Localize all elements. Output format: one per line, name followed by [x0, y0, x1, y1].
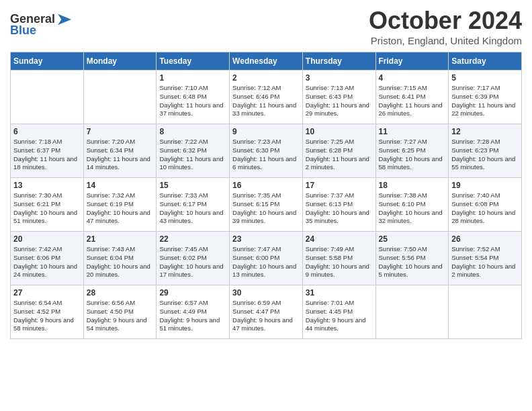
day-number: 8: [159, 127, 226, 136]
calendar-week-row: 6Sunrise: 7:18 AM Sunset: 6:37 PM Daylig…: [11, 124, 522, 178]
calendar-cell: 17Sunrise: 7:37 AM Sunset: 6:13 PM Dayli…: [302, 178, 375, 232]
day-number: 3: [306, 73, 373, 83]
day-info: Sunrise: 6:59 AM Sunset: 4:47 PM Dayligh…: [232, 299, 300, 333]
col-header-saturday: Saturday: [449, 52, 522, 71]
day-number: 31: [306, 288, 373, 298]
day-number: 18: [379, 181, 446, 190]
logo: General Blue: [10, 12, 71, 38]
col-header-friday: Friday: [375, 52, 449, 71]
day-info: Sunrise: 7:30 AM Sunset: 6:21 PM Dayligh…: [13, 191, 81, 226]
day-info: Sunrise: 7:37 AM Sunset: 6:13 PM Dayligh…: [306, 191, 373, 226]
day-info: Sunrise: 7:40 AM Sunset: 6:08 PM Dayligh…: [451, 191, 519, 226]
day-info: Sunrise: 7:27 AM Sunset: 6:25 PM Dayligh…: [379, 138, 446, 172]
day-info: Sunrise: 7:49 AM Sunset: 5:58 PM Dayligh…: [306, 245, 373, 279]
calendar-cell: 20Sunrise: 7:42 AM Sunset: 6:06 PM Dayli…: [11, 232, 84, 285]
day-number: 10: [306, 127, 373, 136]
col-header-sunday: Sunday: [11, 52, 84, 71]
day-info: Sunrise: 7:45 AM Sunset: 6:02 PM Dayligh…: [159, 245, 226, 279]
calendar-cell: [11, 71, 84, 124]
day-info: Sunrise: 7:01 AM Sunset: 4:45 PM Dayligh…: [306, 299, 373, 333]
day-info: Sunrise: 7:42 AM Sunset: 6:06 PM Dayligh…: [13, 245, 81, 279]
calendar-cell: 19Sunrise: 7:40 AM Sunset: 6:08 PM Dayli…: [449, 178, 522, 232]
day-number: 19: [451, 181, 519, 190]
calendar-week-row: 1Sunrise: 7:10 AM Sunset: 6:48 PM Daylig…: [11, 71, 522, 124]
day-number: 6: [13, 127, 81, 136]
calendar-cell: 27Sunrise: 6:54 AM Sunset: 4:52 PM Dayli…: [11, 285, 84, 339]
day-number: 30: [232, 288, 300, 298]
day-number: 1: [159, 73, 226, 83]
day-number: 29: [159, 288, 226, 298]
calendar-cell: 9Sunrise: 7:23 AM Sunset: 6:30 PM Daylig…: [230, 124, 303, 178]
day-info: Sunrise: 7:23 AM Sunset: 6:30 PM Dayligh…: [232, 138, 300, 172]
calendar-table: SundayMondayTuesdayWednesdayThursdayFrid…: [10, 52, 522, 339]
calendar-cell: 13Sunrise: 7:30 AM Sunset: 6:21 PM Dayli…: [11, 178, 84, 232]
calendar-cell: 31Sunrise: 7:01 AM Sunset: 4:45 PM Dayli…: [302, 285, 375, 339]
day-number: 23: [232, 234, 300, 244]
calendar-cell: 3Sunrise: 7:13 AM Sunset: 6:43 PM Daylig…: [302, 71, 375, 124]
calendar-cell: 18Sunrise: 7:38 AM Sunset: 6:10 PM Dayli…: [375, 178, 449, 232]
calendar-cell: 2Sunrise: 7:12 AM Sunset: 6:46 PM Daylig…: [230, 71, 303, 124]
calendar-cell: 7Sunrise: 7:20 AM Sunset: 6:34 PM Daylig…: [83, 124, 157, 178]
day-number: 20: [13, 234, 81, 244]
calendar-cell: 8Sunrise: 7:22 AM Sunset: 6:32 PM Daylig…: [157, 124, 230, 178]
calendar-cell: 28Sunrise: 6:56 AM Sunset: 4:50 PM Dayli…: [83, 285, 157, 339]
calendar-cell: [449, 285, 522, 339]
calendar-cell: 12Sunrise: 7:28 AM Sunset: 6:23 PM Dayli…: [449, 124, 522, 178]
calendar-cell: 29Sunrise: 6:57 AM Sunset: 4:49 PM Dayli…: [157, 285, 230, 339]
col-header-tuesday: Tuesday: [157, 52, 230, 71]
calendar-cell: 16Sunrise: 7:35 AM Sunset: 6:15 PM Dayli…: [230, 178, 303, 232]
day-number: 2: [232, 73, 300, 83]
day-info: Sunrise: 7:35 AM Sunset: 6:15 PM Dayligh…: [232, 191, 300, 226]
calendar-header-row: SundayMondayTuesdayWednesdayThursdayFrid…: [11, 52, 522, 71]
day-number: 25: [379, 234, 446, 244]
location-text: Priston, England, United Kingdom: [369, 35, 522, 46]
calendar-cell: 4Sunrise: 7:15 AM Sunset: 6:41 PM Daylig…: [375, 71, 449, 124]
day-number: 13: [13, 181, 81, 190]
day-number: 7: [87, 127, 154, 136]
day-info: Sunrise: 7:12 AM Sunset: 6:46 PM Dayligh…: [232, 84, 300, 118]
logo-arrow-icon: [58, 13, 71, 26]
calendar-cell: 23Sunrise: 7:47 AM Sunset: 6:00 PM Dayli…: [230, 232, 303, 285]
calendar-cell: 25Sunrise: 7:50 AM Sunset: 5:56 PM Dayli…: [375, 232, 449, 285]
day-info: Sunrise: 7:32 AM Sunset: 6:19 PM Dayligh…: [87, 191, 154, 226]
day-info: Sunrise: 7:20 AM Sunset: 6:34 PM Dayligh…: [87, 138, 154, 172]
day-info: Sunrise: 7:18 AM Sunset: 6:37 PM Dayligh…: [13, 138, 81, 172]
day-info: Sunrise: 7:52 AM Sunset: 5:54 PM Dayligh…: [451, 245, 519, 279]
calendar-cell: 15Sunrise: 7:33 AM Sunset: 6:17 PM Dayli…: [157, 178, 230, 232]
day-info: Sunrise: 7:15 AM Sunset: 6:41 PM Dayligh…: [379, 84, 446, 118]
day-number: 12: [451, 127, 519, 136]
calendar-week-row: 13Sunrise: 7:30 AM Sunset: 6:21 PM Dayli…: [11, 178, 522, 232]
day-number: 4: [379, 73, 446, 83]
page-header: General Blue October 2024 Priston, Engla…: [10, 7, 522, 46]
calendar-week-row: 27Sunrise: 6:54 AM Sunset: 4:52 PM Dayli…: [11, 285, 522, 339]
day-info: Sunrise: 7:28 AM Sunset: 6:23 PM Dayligh…: [451, 138, 519, 172]
title-area: October 2024 Priston, England, United Ki…: [369, 7, 522, 46]
day-info: Sunrise: 7:38 AM Sunset: 6:10 PM Dayligh…: [379, 191, 446, 226]
calendar-cell: 14Sunrise: 7:32 AM Sunset: 6:19 PM Dayli…: [83, 178, 157, 232]
day-number: 9: [232, 127, 300, 136]
day-number: 17: [306, 181, 373, 190]
calendar-cell: [83, 71, 157, 124]
calendar-cell: 24Sunrise: 7:49 AM Sunset: 5:58 PM Dayli…: [302, 232, 375, 285]
col-header-monday: Monday: [83, 52, 157, 71]
day-number: 21: [87, 234, 154, 244]
day-info: Sunrise: 6:56 AM Sunset: 4:50 PM Dayligh…: [87, 299, 154, 333]
day-info: Sunrise: 7:43 AM Sunset: 6:04 PM Dayligh…: [87, 245, 154, 279]
month-title: October 2024: [369, 7, 522, 35]
calendar-cell: 30Sunrise: 6:59 AM Sunset: 4:47 PM Dayli…: [230, 285, 303, 339]
day-number: 5: [451, 73, 519, 83]
col-header-wednesday: Wednesday: [230, 52, 303, 71]
day-number: 11: [379, 127, 446, 136]
day-number: 15: [159, 181, 226, 190]
day-info: Sunrise: 7:47 AM Sunset: 6:00 PM Dayligh…: [232, 245, 300, 279]
calendar-cell: [375, 285, 449, 339]
calendar-cell: 22Sunrise: 7:45 AM Sunset: 6:02 PM Dayli…: [157, 232, 230, 285]
day-number: 22: [159, 234, 226, 244]
day-number: 16: [232, 181, 300, 190]
calendar-cell: 11Sunrise: 7:27 AM Sunset: 6:25 PM Dayli…: [375, 124, 449, 178]
calendar-cell: 5Sunrise: 7:17 AM Sunset: 6:39 PM Daylig…: [449, 71, 522, 124]
day-info: Sunrise: 7:17 AM Sunset: 6:39 PM Dayligh…: [451, 84, 519, 118]
day-number: 26: [451, 234, 519, 244]
day-info: Sunrise: 7:33 AM Sunset: 6:17 PM Dayligh…: [159, 191, 226, 226]
calendar-cell: 10Sunrise: 7:25 AM Sunset: 6:28 PM Dayli…: [302, 124, 375, 178]
